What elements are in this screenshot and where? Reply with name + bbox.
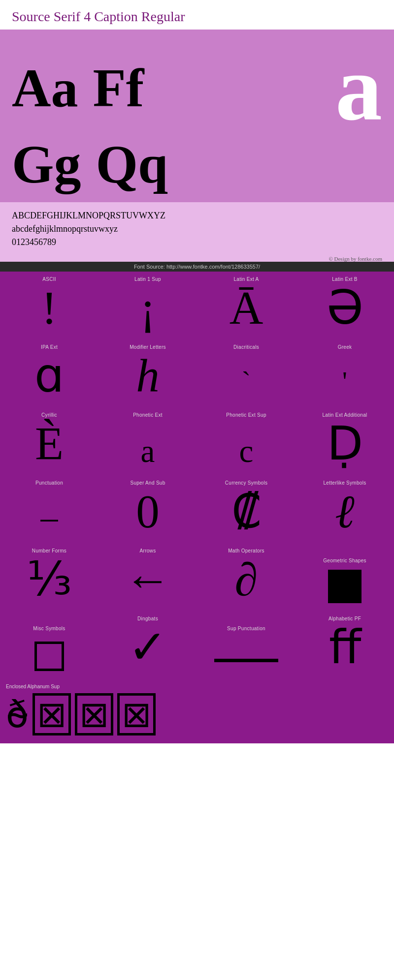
symbol-modletters: h (136, 353, 160, 399)
char-cell-phoneticextsup: Phonetic Ext Sup c (197, 407, 296, 475)
char-cell-letterlike: Letterlike Symbols ℓ (296, 475, 394, 543)
label-currency: Currency Symbols (225, 480, 268, 486)
label-latinexta: Latin Ext A (233, 276, 259, 282)
char-cell-miscsymbols: Misc Symbols (0, 611, 98, 679)
char-cell-greek: Greek ' (296, 339, 394, 407)
char-cell-currency: Currency Symbols ₡ (197, 475, 296, 543)
symbol-numberforms: ⅓ (27, 556, 72, 603)
symbol-phoneticextsup: c (239, 435, 254, 467)
symbol-superandsub: 0 (136, 489, 160, 535)
symbol-ipaext: ɑ (34, 353, 64, 399)
font-title: Source Serif 4 Caption Regular (12, 9, 382, 25)
symbol-currency: ₡ (231, 489, 261, 535)
symbol-letterlike: ℓ (335, 489, 355, 535)
bottom-char-0: ð̴ (6, 696, 29, 733)
char-pair-aa: Aa (12, 59, 78, 118)
symbol-suppunctuation (214, 659, 278, 662)
symbol-mathops: ∂ (235, 556, 258, 603)
font-source: Font Source: http://www.fontke.com/font/… (0, 262, 394, 272)
char-cell-ascii: ASCII ! (0, 272, 98, 339)
char-cell-mathops: Math Operators ∂ (197, 543, 296, 611)
label-latinextb: Latin Ext B (332, 276, 358, 282)
symbol-ascii: ! (41, 285, 57, 332)
char-cell-suppunctuation: Sup Punctuation (197, 611, 296, 679)
label-punctuation: Punctuation (35, 480, 63, 486)
char-cell-numberforms: Number Forms ⅓ (0, 543, 98, 611)
bottom-char-2: ⊠ (75, 693, 113, 735)
symbol-miscsymbols (34, 642, 64, 671)
symbol-latinextadd: Ḍ (327, 421, 363, 467)
bottom-char-3: ⊠ (117, 693, 156, 735)
header-section: Source Serif 4 Caption Regular (0, 0, 394, 30)
label-ipaext: IPA Ext (41, 344, 58, 350)
symbol-dingbats: ✓ (128, 624, 167, 671)
char-pair-gg: Gg (12, 135, 81, 194)
label-letterlike: Letterlike Symbols (323, 480, 366, 486)
label-superandsub: Super And Sub (130, 480, 165, 486)
char-cell-geoshapes: Geometric Shapes (296, 543, 394, 611)
label-miscsymbols: Misc Symbols (33, 626, 65, 631)
char-pair-ff: Ff (93, 59, 144, 118)
alphabet-section: ABCDEFGHIJKLMNOPQRSTUVWXYZ abcdefghijklm… (0, 202, 394, 254)
char-large-a: a (335, 41, 382, 135)
label-suppunctuation: Sup Punctuation (227, 626, 265, 631)
symbol-alphabeticpf: ﬀ (329, 624, 361, 671)
char-pair-qq: Qq (96, 135, 168, 194)
alphabet-upper: ABCDEFGHIJKLMNOPQRSTUVWXYZ (12, 209, 382, 222)
char-cell-punctuation: Punctuation – (0, 475, 98, 543)
preview-section: Aa Ff a Gg Qq (0, 30, 394, 202)
alphabet-lower: abcdefghijklmnopqrstuvwxyz (12, 222, 382, 236)
large-chars-row1: Aa Ff a (12, 41, 382, 135)
label-geoshapes: Geometric Shapes (323, 558, 366, 563)
copyright: © Design by fontke.com (0, 254, 394, 262)
bottom-char-1: ⊠ (33, 693, 71, 735)
label-greek: Greek (338, 344, 352, 350)
digits: 0123456789 (12, 236, 382, 249)
symbol-geoshapes (328, 570, 361, 603)
char-cell-modletters: Modifier Letters h (98, 339, 197, 407)
char-cell-diacriticals: Diacriticals ` (197, 339, 296, 407)
label-latinextadd: Latin Ext Additional (322, 412, 367, 418)
label-phoneticext: Phonetic Ext (133, 412, 163, 418)
char-cell-latinextadd: Latin Ext Additional Ḍ (296, 407, 394, 475)
symbol-cyrillic: È (35, 421, 64, 467)
bottom-section: Enclosed Alphanum Sup ð̴ ⊠ ⊠ ⊠ (0, 679, 394, 743)
symbol-latinexta: Ā (230, 285, 263, 332)
symbol-greek: ' (342, 368, 347, 395)
char-cell-superandsub: Super And Sub 0 (98, 475, 197, 543)
char-grid: ASCII ! Latin 1 Sup ¡ Latin Ext A Ā Lati… (0, 272, 394, 679)
char-cell-dingbats: Dingbats ✓ (98, 611, 197, 679)
char-cell-arrows: Arrows ← (98, 543, 197, 611)
symbol-latinextb: Ə (327, 285, 363, 332)
label-alphabeticpf: Alphabetic PF (328, 616, 361, 621)
symbol-latin1sup: ¡ (140, 285, 156, 332)
char-cell-phoneticext: Phonetic Ext a (98, 407, 197, 475)
symbol-punctuation: – (41, 507, 58, 535)
char-cell-latinextb: Latin Ext B Ə (296, 272, 394, 339)
label-diacriticals: Diacriticals (233, 344, 259, 350)
char-cell-cyrillic: Cyrillic È (0, 407, 98, 475)
symbol-phoneticext: a (141, 435, 155, 467)
label-numberforms: Number Forms (32, 548, 66, 553)
label-ascii: ASCII (42, 276, 56, 282)
label-mathops: Math Operators (228, 548, 264, 553)
char-cell-ipaext: IPA Ext ɑ (0, 339, 98, 407)
label-enclosed-alphanum: Enclosed Alphanum Sup (6, 684, 388, 689)
label-cyrillic: Cyrillic (41, 412, 57, 418)
symbol-diacriticals: ` (242, 368, 251, 395)
large-chars-row2: Gg Qq (12, 135, 382, 194)
label-modletters: Modifier Letters (130, 344, 166, 350)
label-arrows: Arrows (140, 548, 156, 553)
symbol-arrows: ← (125, 556, 171, 603)
label-phoneticextsup: Phonetic Ext Sup (226, 412, 266, 418)
bottom-chars: ð̴ ⊠ ⊠ ⊠ (6, 693, 388, 735)
char-cell-latinexta: Latin Ext A Ā (197, 272, 296, 339)
char-cell-latin1sup: Latin 1 Sup ¡ (98, 272, 197, 339)
label-latin1sup: Latin 1 Sup (134, 276, 161, 282)
char-cell-alphabeticpf: Alphabetic PF ﬀ (296, 611, 394, 679)
label-dingbats: Dingbats (137, 616, 158, 621)
